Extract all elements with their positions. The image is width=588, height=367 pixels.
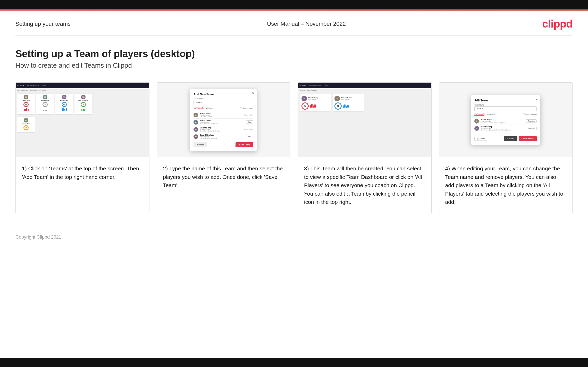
screenshot-4: Edit Team ✕ Team Name * Team A My Team (… [439, 83, 573, 157]
card-3-text: 3) This Team will then be created. You c… [298, 157, 431, 214]
card-3: Home My Performance Teams Viewing 4 out … [298, 82, 432, 214]
page-title: Setting up a Team of players (desktop) [15, 48, 573, 59]
card-4: Edit Team ✕ Team Name * Team A My Team (… [439, 82, 573, 214]
page-subtitle: How to create and edit Teams in Clippd [15, 62, 573, 69]
copyright-text: Copyright Clippd 2021 [15, 234, 61, 240]
remove-player-btn-2[interactable]: Remove [526, 127, 537, 130]
cancel-button-mock[interactable]: Cancel [194, 142, 207, 147]
card-4-text: 4) When editing your Team, you can chang… [439, 157, 573, 214]
card-2: Add New Team ✕ Team Name * Team A My Tea… [157, 82, 291, 214]
remove-player-btn[interactable]: Remove [526, 119, 537, 123]
delete-team-button[interactable]: Delete [474, 137, 487, 141]
card-2-text: 2) Type the name of this Team and then s… [157, 157, 290, 214]
modal-close-icon: ✕ [252, 92, 254, 95]
screenshot-3: Home My Performance Teams Viewing 4 out … [298, 83, 431, 157]
edit-modal-close-icon: ✕ [535, 98, 538, 101]
top-bar [0, 0, 588, 9]
card-1: Home My Performance Teams Viewing 4 out … [15, 82, 149, 214]
cards-grid: Home My Performance Teams Viewing 4 out … [0, 77, 588, 229]
clippd-logo: clippd [542, 18, 573, 30]
screenshot-2: Add New Team ✕ Team Name * Team A My Tea… [157, 83, 290, 157]
header-section-label: Setting up your teams [15, 21, 71, 27]
page-title-section: Setting up a Team of players (desktop) H… [0, 36, 588, 77]
modal-title: Add New Team [194, 93, 253, 96]
screenshot-1: Home My Performance Teams Viewing 4 out … [16, 83, 149, 157]
add-team-modal-mock: Add New Team ✕ Team Name * Team A My Tea… [190, 89, 257, 151]
save-team-button-mock[interactable]: Save Team [236, 142, 253, 147]
edit-team-modal-mock: Edit Team ✕ Team Name * Team A My Team (… [471, 95, 540, 145]
header: Setting up your teams User Manual – Nove… [0, 11, 588, 35]
footer: Copyright Clippd 2021 [0, 229, 588, 245]
card-1-text: 1) Click on 'Teams' at the top of the sc… [16, 157, 149, 214]
header-manual-title: User Manual – November 2022 [267, 21, 346, 27]
edit-cancel-button[interactable]: Cancel [504, 136, 517, 141]
bottom-bar [0, 358, 588, 367]
save-team-button-edit[interactable]: Save Team [519, 136, 537, 141]
